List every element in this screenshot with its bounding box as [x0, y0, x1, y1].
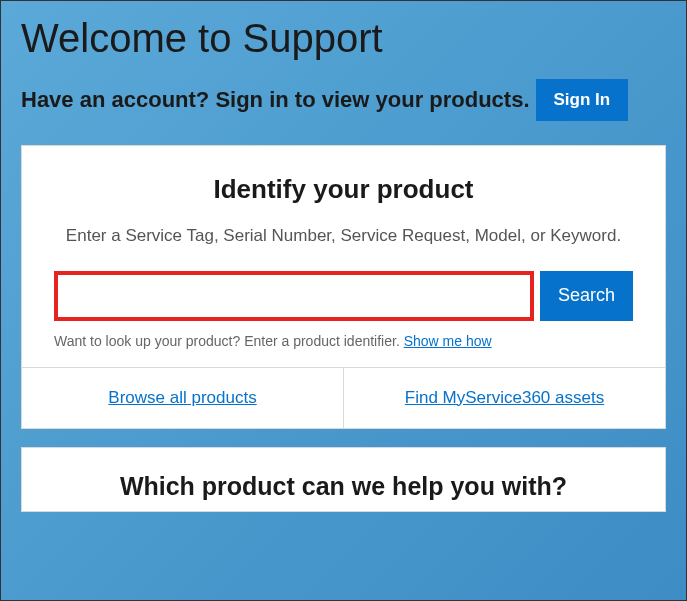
browse-cell: Browse all products	[22, 368, 344, 428]
helper-row: Want to look up your product? Enter a pr…	[54, 333, 633, 349]
identify-subtitle: Enter a Service Tag, Serial Number, Serv…	[54, 223, 633, 249]
search-input[interactable]	[54, 271, 534, 321]
identify-card: Identify your product Enter a Service Ta…	[21, 145, 666, 429]
signin-row: Have an account? Sign in to view your pr…	[21, 79, 666, 121]
browse-all-products-link[interactable]: Browse all products	[108, 388, 256, 407]
search-row: Search	[54, 271, 633, 321]
page-title: Welcome to Support	[21, 16, 666, 61]
show-me-how-link[interactable]: Show me how	[404, 333, 492, 349]
help-card: Which product can we help you with?	[21, 447, 666, 512]
identify-links: Browse all products Find MyService360 as…	[22, 367, 665, 428]
signin-prompt: Have an account? Sign in to view your pr…	[21, 87, 530, 113]
help-title: Which product can we help you with?	[22, 448, 665, 511]
search-button[interactable]: Search	[540, 271, 633, 321]
identify-title: Identify your product	[54, 174, 633, 205]
find-myservice360-assets-link[interactable]: Find MyService360 assets	[405, 388, 604, 407]
signin-button[interactable]: Sign In	[536, 79, 629, 121]
assets-cell: Find MyService360 assets	[344, 368, 665, 428]
helper-text: Want to look up your product? Enter a pr…	[54, 333, 404, 349]
